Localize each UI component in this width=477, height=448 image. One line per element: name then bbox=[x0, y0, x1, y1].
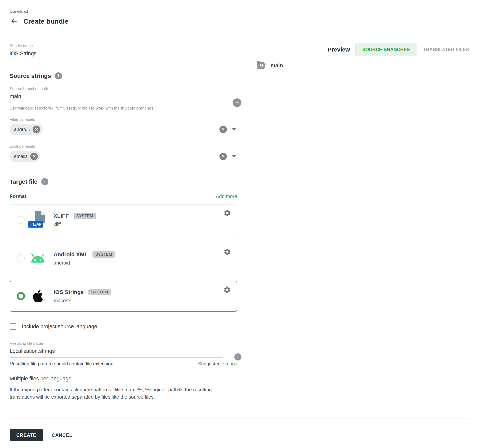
resulting-file-pattern-value[interactable]: Localization.strings bbox=[10, 348, 223, 354]
format-title: XLIFF bbox=[54, 213, 69, 219]
exclude-labels-field: Exclude labels emails ✕ ✕ bbox=[10, 144, 237, 165]
include-source-language-option[interactable]: Include project source language bbox=[10, 323, 237, 330]
branch-name: main bbox=[271, 63, 283, 69]
gear-icon[interactable] bbox=[223, 209, 231, 218]
add-branch-button[interactable] bbox=[233, 98, 241, 107]
label-chip-text: emails bbox=[14, 153, 28, 159]
preview-tabs: SOURCE BRANCHES TRANSLATED FILES bbox=[355, 43, 476, 56]
suggested-label: Suggested bbox=[198, 361, 221, 366]
branch-folder-icon bbox=[256, 61, 266, 70]
format-title: iOS Strings bbox=[54, 289, 84, 295]
form-actions: CREATE CANCEL bbox=[10, 429, 72, 441]
cancel-button[interactable]: CANCEL bbox=[52, 432, 72, 438]
source-strings-section-head: Source strings i bbox=[10, 72, 237, 79]
suggested-extension-link[interactable]: .strings bbox=[222, 361, 237, 366]
xliff-file-icon: XLIFF bbox=[30, 211, 46, 229]
system-badge: SYSTEM bbox=[74, 212, 96, 219]
chevron-down-icon[interactable] bbox=[232, 128, 236, 131]
include-source-language-label: Include project source language bbox=[22, 324, 97, 330]
system-badge: SYSTEM bbox=[92, 251, 115, 258]
format-subtitle: xliff bbox=[54, 221, 96, 227]
bundle-name-field[interactable]: Bundle name iOS Strings bbox=[10, 44, 209, 60]
file-pattern-helper-text: Resulting file pattern should contain fi… bbox=[10, 361, 115, 367]
back-arrow-icon[interactable] bbox=[10, 17, 18, 26]
apple-icon bbox=[30, 287, 46, 305]
format-title: Android XML bbox=[54, 251, 88, 258]
format-row: Format Add more bbox=[10, 194, 237, 199]
exclude-labels-label: Exclude labels bbox=[10, 144, 237, 149]
clear-field-icon[interactable]: ✕ bbox=[219, 153, 227, 160]
bundle-name-label: Bundle name bbox=[10, 44, 209, 48]
format-card-android[interactable]: Android XML SYSTEM android bbox=[10, 243, 237, 274]
format-subtitle: macosx bbox=[54, 298, 111, 303]
format-card-xliff[interactable]: XLIFF XLIFF SYSTEM xliff bbox=[10, 204, 237, 236]
file-pattern-info-icon[interactable]: i bbox=[234, 354, 241, 360]
source-branches-path-field: Source branches path main Use wildcard s… bbox=[10, 87, 237, 111]
format-label: Format bbox=[10, 194, 26, 199]
page-title: Create bundle bbox=[24, 18, 68, 25]
system-badge: SYSTEM bbox=[88, 289, 111, 295]
target-file-heading: Target file bbox=[10, 178, 37, 185]
tab-translated-files[interactable]: TRANSLATED FILES bbox=[417, 43, 476, 56]
wildcard-helper-text: Use wildcard selectors ( '*', '?', '[set… bbox=[10, 106, 237, 111]
source-strings-info-icon[interactable]: i bbox=[55, 72, 62, 79]
radio-unselected[interactable] bbox=[17, 254, 25, 263]
filter-by-labels-label: Filter by labels bbox=[10, 117, 237, 122]
suggested-extension: Suggested .strings bbox=[198, 361, 237, 367]
label-chip[interactable]: emails ✕ bbox=[10, 151, 40, 162]
exclude-labels-input[interactable]: emails ✕ ✕ bbox=[10, 151, 237, 165]
breadcrumb: Download bbox=[10, 9, 237, 14]
label-chip[interactable]: andro... ✕ bbox=[10, 124, 42, 135]
multiple-files-heading: Multiple files per language bbox=[10, 376, 237, 382]
footer-divider bbox=[10, 418, 468, 419]
preview-heading: Preview bbox=[328, 46, 350, 53]
preview-branch-row[interactable]: main bbox=[256, 61, 283, 70]
source-branches-path-value[interactable]: main bbox=[10, 94, 209, 100]
resulting-file-pattern-label: Resulting file pattern bbox=[10, 341, 223, 346]
checkbox-unchecked[interactable] bbox=[10, 323, 16, 330]
add-more-link[interactable]: Add more bbox=[216, 194, 237, 199]
radio-unselected[interactable] bbox=[17, 216, 25, 224]
gear-icon[interactable] bbox=[223, 248, 231, 256]
android-icon bbox=[30, 249, 46, 267]
resulting-file-pattern-field: Resulting file pattern Localization.stri… bbox=[10, 341, 237, 367]
title-row: Create bundle bbox=[10, 17, 237, 26]
preview-divider bbox=[250, 74, 470, 74]
target-file-section-head: Target file i bbox=[10, 178, 237, 185]
create-button[interactable]: CREATE bbox=[10, 429, 43, 441]
bundle-name-value[interactable]: iOS Strings bbox=[10, 51, 209, 57]
format-card-ios-strings[interactable]: iOS Strings SYSTEM macosx bbox=[10, 281, 237, 312]
target-file-info-icon[interactable]: i bbox=[41, 178, 48, 185]
filter-labels-input[interactable]: andro... ✕ ✕ bbox=[10, 124, 237, 138]
source-branches-path-label: Source branches path bbox=[10, 87, 209, 91]
remove-chip-icon[interactable]: ✕ bbox=[30, 153, 38, 160]
format-subtitle: android bbox=[54, 260, 115, 266]
multiple-files-description: If the export pattern contains filename … bbox=[10, 386, 238, 401]
source-strings-heading: Source strings bbox=[10, 73, 51, 79]
filter-by-labels-field: Filter by labels andro... ✕ ✕ bbox=[10, 117, 237, 138]
gear-icon[interactable] bbox=[223, 286, 231, 294]
remove-chip-icon[interactable]: ✕ bbox=[33, 126, 40, 133]
clear-field-icon[interactable]: ✕ bbox=[219, 126, 227, 133]
chevron-down-icon[interactable] bbox=[232, 155, 236, 158]
preview-panel-header: Preview SOURCE BRANCHES TRANSLATED FILES bbox=[328, 43, 476, 56]
create-bundle-form: Download Create bundle Bundle name iOS S… bbox=[10, 9, 237, 401]
tab-source-branches[interactable]: SOURCE BRANCHES bbox=[356, 43, 416, 56]
label-chip-text: andro... bbox=[14, 127, 30, 132]
radio-selected[interactable] bbox=[17, 292, 25, 300]
